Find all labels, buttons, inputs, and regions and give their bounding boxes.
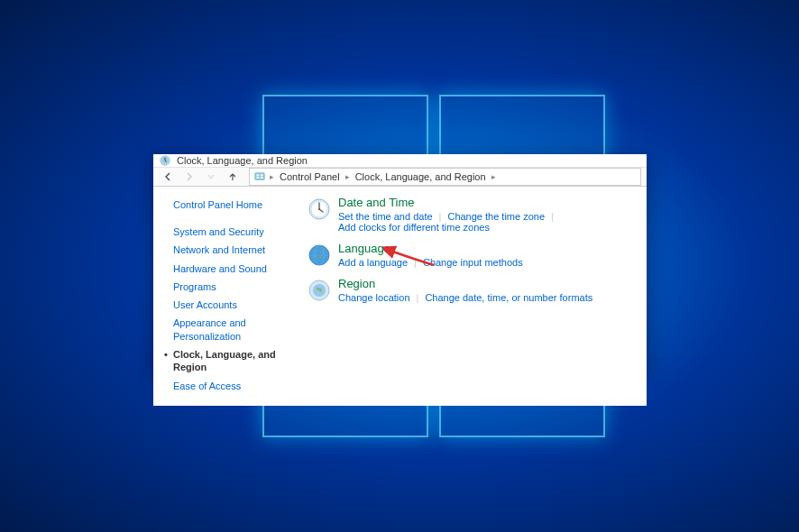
control-panel-home-link[interactable]: Control Panel Home (173, 199, 291, 210)
sidebar-item-appearance[interactable]: Appearance and Personalization (173, 314, 291, 345)
window-title: Clock, Language, and Region (177, 155, 308, 166)
svg-rect-2 (255, 173, 265, 180)
breadcrumb[interactable]: ▸ Control Panel ▸ Clock, Language, and R… (249, 168, 641, 186)
control-panel-window: Clock, Language, and Region ▸ Control Pa… (153, 154, 647, 376)
sidebar-item-network-internet[interactable]: Network and Internet (173, 241, 291, 259)
forward-button[interactable] (180, 168, 198, 186)
sidebar-item-hardware-sound[interactable]: Hardware and Sound (173, 260, 291, 278)
clock-region-icon (159, 154, 171, 167)
add-clocks-link[interactable]: Add clocks for different time zones (338, 222, 490, 233)
add-language-link[interactable]: Add a language (338, 257, 408, 268)
svg-rect-5 (257, 177, 260, 179)
svg-rect-3 (257, 174, 260, 176)
sidebar: Control Panel Home System and Security N… (153, 187, 302, 406)
chevron-right-icon: ▸ (344, 172, 352, 181)
svg-rect-4 (261, 174, 263, 176)
change-location-link[interactable]: Change location (338, 292, 410, 303)
navigation-bar: ▸ Control Panel ▸ Clock, Language, and R… (153, 168, 647, 187)
sidebar-item-user-accounts[interactable]: User Accounts (173, 296, 291, 314)
chevron-right-icon: ▸ (268, 172, 276, 181)
set-time-date-link[interactable]: Set the time and date (338, 211, 433, 222)
separator: | (410, 292, 426, 303)
svg-rect-6 (261, 177, 263, 179)
separator: | (408, 257, 423, 268)
breadcrumb-clock-lang-region[interactable]: Clock, Language, and Region (354, 171, 488, 182)
control-panel-icon (253, 170, 266, 183)
content-area: Control Panel Home System and Security N… (153, 187, 647, 406)
category-region: Region Change location | Change date, ti… (308, 277, 638, 303)
globe-icon (308, 243, 331, 267)
change-formats-link[interactable]: Change date, time, or number formats (425, 292, 592, 303)
change-input-methods-link[interactable]: Change input methods (423, 257, 523, 268)
sidebar-item-programs[interactable]: Programs (173, 278, 291, 296)
sidebar-item-ease-access[interactable]: Ease of Access (173, 377, 291, 395)
sidebar-item-system-security[interactable]: System and Security (173, 223, 291, 241)
up-button[interactable] (224, 168, 242, 186)
svg-point-9 (318, 208, 320, 210)
category-date-time: Date and Time Set the time and date | Ch… (308, 196, 638, 233)
language-heading[interactable]: Language (338, 242, 638, 255)
separator: | (433, 211, 448, 222)
titlebar: Clock, Language, and Region (153, 154, 647, 168)
clock-icon (308, 197, 331, 221)
category-language: Language Add a language | Change input m… (308, 242, 638, 268)
chevron-right-icon: ▸ (490, 172, 498, 181)
recent-dropdown[interactable] (202, 168, 220, 186)
main-panel: Date and Time Set the time and date | Ch… (302, 187, 647, 406)
date-time-heading[interactable]: Date and Time (338, 196, 638, 209)
sidebar-item-clock-lang-region[interactable]: Clock, Language, and Region (173, 345, 291, 377)
region-heading[interactable]: Region (338, 277, 638, 290)
breadcrumb-control-panel[interactable]: Control Panel (278, 171, 342, 182)
back-button[interactable] (159, 168, 177, 186)
separator: | (545, 211, 560, 222)
change-timezone-link[interactable]: Change the time zone (447, 211, 545, 222)
region-icon (308, 279, 331, 302)
